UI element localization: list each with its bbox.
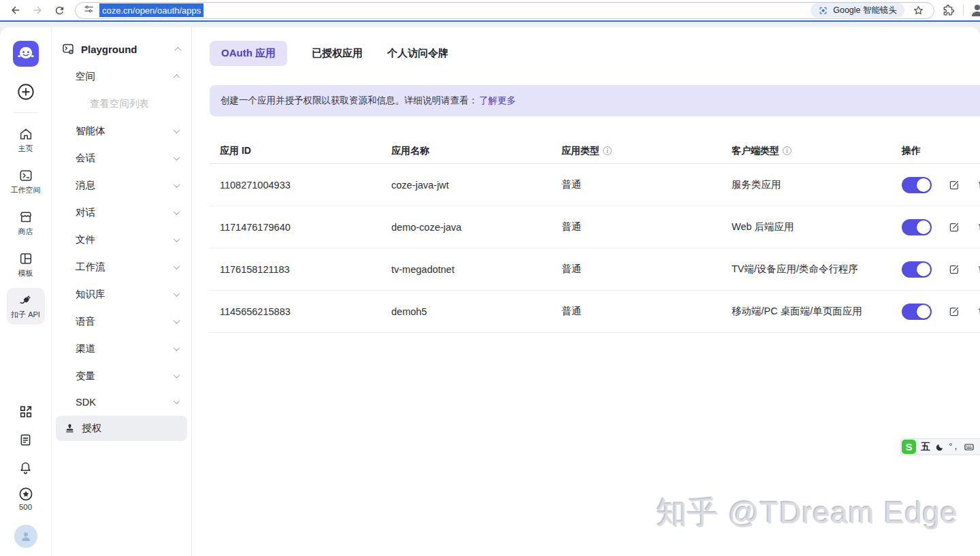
client-type: TV端/设备应用/类命令行程序: [721, 263, 892, 276]
rail-divider: [13, 112, 39, 113]
edit-button[interactable]: [948, 306, 960, 318]
browser-profile-icon[interactable]: [969, 2, 980, 18]
rail-item-workspace[interactable]: 工作空间: [7, 163, 45, 200]
app-id: 1171476179640: [210, 222, 381, 233]
info-icon[interactable]: [783, 146, 791, 155]
ime-keyboard-icon[interactable]: [964, 442, 975, 453]
chevron-up-icon: [175, 46, 182, 53]
sidebar-item-label: 消息: [76, 179, 174, 192]
tab-oauth-apps[interactable]: OAuth 应用: [210, 41, 287, 66]
sidebar-item-agent[interactable]: 智能体: [52, 117, 191, 144]
rail-item-coze-api[interactable]: 扣子 API: [7, 288, 45, 325]
sidebar-item-auth[interactable]: 授权: [56, 416, 187, 441]
app-name: tv-megadotnet: [381, 264, 551, 275]
docs-button[interactable]: [18, 433, 33, 447]
edit-button[interactable]: [948, 263, 960, 276]
tab-bar: OAuth 应用 已授权应用 个人访问令牌: [210, 41, 980, 66]
apps-grid-button[interactable]: [18, 404, 33, 419]
bookmark-star-icon[interactable]: [913, 5, 924, 16]
app-type: 普通: [551, 305, 721, 318]
main-content: OAuth 应用 已授权应用 个人访问令牌 创建一个应用并授予权限以获取资源和信…: [192, 27, 980, 556]
credits-count: 500: [19, 503, 32, 511]
client-type: Web 后端应用: [721, 220, 892, 233]
sidebar-item-space[interactable]: 空间: [52, 63, 191, 90]
sidebar-item-message[interactable]: 消息: [52, 171, 191, 199]
delete-button[interactable]: [977, 306, 980, 318]
sidebar-item-label: 空间: [76, 70, 174, 83]
lens-icon: [818, 5, 828, 16]
sidebar-section-label: Playground: [81, 44, 169, 55]
template-icon: [18, 251, 33, 266]
learn-more-link[interactable]: 了解更多: [479, 95, 516, 107]
google-lens-button[interactable]: Google 智能镜头: [811, 3, 904, 18]
ime-mode-wubi[interactable]: 五: [921, 441, 930, 453]
col-client-type: 客户端类型: [732, 145, 779, 157]
back-button[interactable]: [7, 1, 24, 19]
url-text[interactable]: coze.cn/open/oauth/apps: [99, 3, 203, 17]
rail-item-label: 模板: [18, 268, 33, 278]
edit-button[interactable]: [948, 179, 960, 191]
chevron-down-icon: [174, 290, 180, 297]
site-settings-icon[interactable]: [84, 4, 94, 17]
col-app-name: 应用名称: [391, 145, 429, 157]
chevron-down-icon: [174, 154, 180, 161]
chevron-down-icon: [174, 263, 180, 269]
credits-button[interactable]: 500: [18, 486, 34, 511]
sidebar-item-workflow[interactable]: 工作流: [52, 253, 191, 280]
sidebar-item-variable[interactable]: 变量: [52, 362, 191, 389]
edit-button[interactable]: [948, 221, 960, 233]
rail-item-label: 主页: [18, 144, 33, 154]
extensions-icon[interactable]: [943, 4, 955, 16]
address-bar[interactable]: coze.cn/open/oauth/apps Google 智能镜头: [75, 2, 934, 19]
sidebar-section-playground[interactable]: Playground: [52, 38, 191, 63]
info-icon[interactable]: [603, 146, 612, 155]
sidebar-item-label: 语音: [76, 315, 174, 328]
sidebar-item-file[interactable]: 文件: [52, 226, 191, 253]
sidebar-item-knowledge[interactable]: 知识库: [52, 280, 191, 308]
enable-toggle[interactable]: [902, 304, 932, 320]
coze-app: 主页 工作空间 商店 模板 扣子 API 500: [0, 22, 980, 556]
sidebar-item-session[interactable]: 会话: [52, 144, 191, 171]
toolbar-divider: [963, 5, 964, 16]
enable-toggle[interactable]: [902, 177, 932, 193]
oauth-apps-table: 应用 ID 应用名称 应用类型 客户端类型 操作 1108271004933 c…: [210, 138, 980, 333]
rail-item-store[interactable]: 商店: [7, 205, 45, 242]
store-icon: [18, 210, 33, 225]
rail-item-label: 工作空间: [11, 185, 41, 195]
create-button[interactable]: [16, 82, 36, 102]
user-avatar[interactable]: [14, 525, 37, 548]
sidebar-item-view-space-list[interactable]: 查看空间列表: [52, 90, 191, 117]
forward-button[interactable]: [29, 1, 46, 19]
app-name: demoh5: [381, 306, 551, 317]
ime-punctuation-toggle[interactable]: °，: [949, 441, 960, 453]
app-type: 普通: [551, 178, 721, 191]
notifications-bell-button[interactable]: [18, 461, 33, 475]
app-id: 1108271004933: [210, 180, 381, 191]
sidebar-item-conversation[interactable]: 对话: [52, 199, 191, 226]
coze-logo[interactable]: [13, 41, 39, 67]
enable-toggle[interactable]: [902, 261, 932, 278]
sogou-logo-icon[interactable]: S: [902, 440, 916, 454]
tab-personal-access-token[interactable]: 个人访问令牌: [387, 41, 448, 66]
chevron-down-icon: [174, 181, 180, 188]
sidebar-item-channel[interactable]: 渠道: [52, 335, 191, 362]
sidebar-item-sdk[interactable]: SDK: [52, 389, 191, 414]
ime-moon-icon[interactable]: [935, 442, 945, 452]
rail-item-label: 商店: [18, 227, 33, 237]
chevron-down-icon: [174, 397, 180, 404]
chevron-down-icon: [174, 208, 180, 215]
app-type: 普通: [551, 263, 721, 276]
delete-button[interactable]: [977, 179, 980, 191]
tab-authorized-apps[interactable]: 已授权应用: [312, 41, 363, 66]
sidebar-item-label: 授权: [82, 422, 179, 435]
app-name: demo-coze-java: [381, 222, 551, 233]
enable-toggle[interactable]: [902, 219, 932, 235]
rail-item-home[interactable]: 主页: [7, 122, 45, 159]
delete-button[interactable]: [977, 221, 980, 233]
delete-button[interactable]: [977, 263, 980, 276]
ime-toolbar: S 五 °，: [900, 438, 980, 455]
sidebar-item-voice[interactable]: 语音: [52, 308, 191, 335]
banner-text: 创建一个应用并授予权限以获取资源和信息。详细说明请查看：: [220, 95, 478, 107]
rail-item-template[interactable]: 模板: [7, 246, 45, 283]
refresh-button[interactable]: [50, 1, 68, 19]
